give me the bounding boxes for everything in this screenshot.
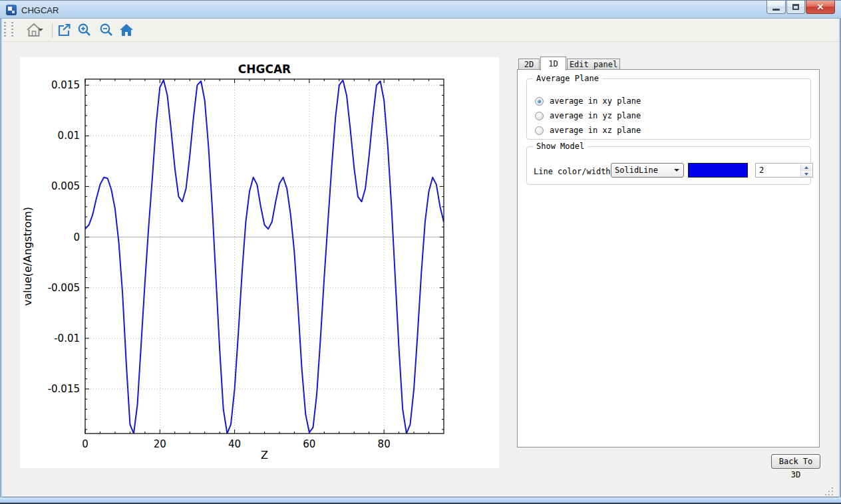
y-tick-label: -0.01	[54, 332, 80, 344]
zoom-out-button[interactable]	[98, 21, 115, 39]
radio-label-xy: average in xy plane	[550, 96, 641, 106]
zoom-in-icon	[77, 23, 92, 37]
spin-up-button[interactable]	[801, 164, 812, 171]
tab-edit-panel[interactable]: Edit panel	[567, 59, 620, 70]
y-axis-label: value(e/Angstrom)	[21, 207, 34, 306]
radio-average-xz[interactable]	[535, 126, 544, 135]
tab-page-1d: Average Plane average in xy plane averag…	[517, 69, 820, 447]
radio-average-yz[interactable]	[535, 112, 544, 120]
line-color-button[interactable]	[688, 163, 748, 178]
close-icon: ✕	[817, 1, 824, 13]
arrow-down-icon	[804, 173, 808, 178]
chevron-down-icon	[674, 169, 679, 174]
export-button[interactable]	[55, 21, 73, 39]
back-to-3d-button[interactable]: Back To 3D	[771, 454, 820, 469]
zoom-in-button[interactable]	[76, 21, 93, 39]
window-title: CHGCAR	[21, 5, 59, 15]
y-tick-label: 0.005	[51, 180, 80, 192]
export-icon	[57, 23, 71, 37]
radio-row-yz[interactable]: average in yz plane	[535, 111, 641, 120]
tab-1d[interactable]: 1D	[540, 57, 566, 70]
line-color-width-label: Line color/width	[534, 167, 611, 176]
navigation-toolbar	[1, 19, 840, 42]
chevron-down-icon	[38, 29, 43, 34]
radio-label-yz: average in yz plane	[550, 111, 641, 120]
y-tick-label: -0.005	[48, 282, 80, 294]
show-model-legend: Show Model	[533, 142, 588, 151]
show-model-groupbox: Show Model Line color/width SolidLine 2	[526, 146, 811, 185]
toolbar-grip[interactable]	[4, 22, 6, 39]
x-tick-label: 80	[378, 438, 391, 450]
tab-2d[interactable]: 2D	[518, 59, 540, 70]
minimize-button[interactable]	[766, 1, 786, 14]
home-icon	[119, 23, 134, 37]
close-button[interactable]: ✕	[806, 1, 835, 14]
zoom-out-icon	[99, 23, 114, 37]
radio-dot	[538, 100, 541, 103]
chart-svg[interactable]: 0204060800.0150.010.0050-0.005-0.01-0.01…	[20, 57, 499, 468]
x-axis-label: Z	[261, 449, 268, 461]
title-bar[interactable]: CHGCAR ✕	[0, 0, 841, 19]
spin-down-button[interactable]	[801, 171, 812, 177]
x-tick-label: 20	[154, 438, 166, 450]
radio-label-xz: average in xz plane	[550, 126, 641, 135]
radio-row-xz[interactable]: average in xz plane	[535, 126, 641, 135]
window-border-left	[0, 19, 2, 497]
line-style-value: SolidLine	[615, 166, 658, 175]
resize-grip[interactable]	[825, 487, 834, 497]
y-tick-label: 0.01	[58, 130, 80, 142]
x-tick-label: 40	[228, 438, 241, 450]
plot-canvas[interactable]: 0204060800.0150.010.0050-0.005-0.01-0.01…	[20, 57, 499, 468]
line-width-value: 2	[759, 166, 764, 175]
chart-title: CHGCAR	[238, 63, 291, 76]
toolbar-grip[interactable]	[11, 22, 13, 39]
y-tick-label: 0.015	[51, 79, 80, 91]
window-border-bottom	[0, 497, 841, 504]
arrow-up-icon	[804, 164, 808, 169]
average-plane-groupbox: Average Plane average in xy plane averag…	[526, 78, 811, 140]
minimize-icon	[772, 9, 780, 11]
radio-average-xy[interactable]	[535, 97, 544, 106]
home-menu-button[interactable]	[21, 21, 47, 39]
maximize-icon	[792, 4, 799, 10]
x-tick-label: 60	[303, 438, 315, 450]
radio-row-xy[interactable]: average in xy plane	[535, 96, 641, 106]
average-plane-legend: Average Plane	[533, 74, 602, 83]
data-line	[85, 80, 444, 434]
maximize-button[interactable]	[786, 1, 805, 14]
line-style-select[interactable]: SolidLine	[611, 163, 684, 178]
y-tick-label: 0	[73, 231, 80, 243]
x-tick-label: 0	[82, 438, 88, 450]
app-window: CHGCAR ✕	[0, 0, 841, 504]
y-tick-label: -0.015	[48, 383, 80, 395]
spin-buttons	[800, 164, 812, 176]
app-icon	[6, 5, 17, 15]
home-button[interactable]	[118, 21, 135, 39]
line-width-spinbox[interactable]: 2	[755, 163, 813, 178]
toolbar-separator	[52, 23, 53, 38]
